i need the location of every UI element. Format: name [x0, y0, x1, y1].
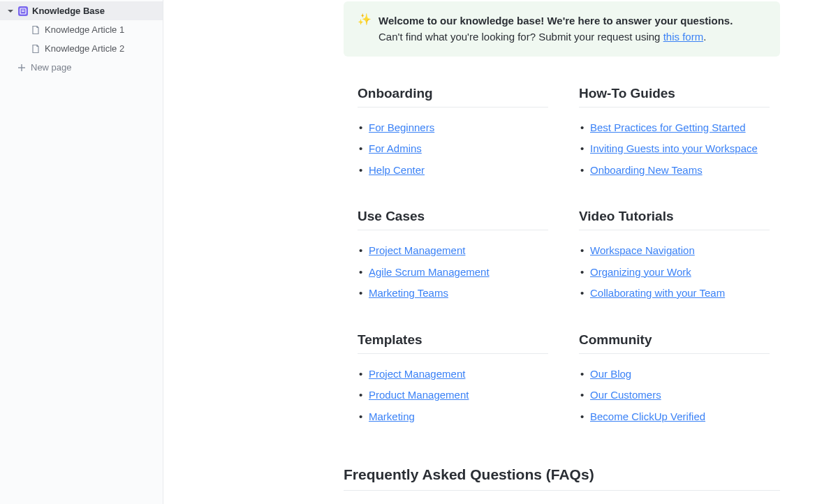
category-title: Community	[579, 332, 770, 354]
sidebar-item-label: Knowledge Article 1	[45, 24, 124, 35]
category-title: Onboarding	[358, 86, 548, 108]
document-icon	[31, 44, 41, 54]
category-link[interactable]: Marketing Teams	[369, 287, 448, 299]
new-page-label: New page	[31, 62, 72, 73]
list-item: Become ClickUp Verified	[590, 406, 770, 428]
welcome-banner: ✨ Welcome to our knowledge base! We're h…	[344, 1, 780, 57]
category-link[interactable]: Organizing your Work	[590, 266, 691, 278]
category-onboarding: Onboarding For Beginners For Admins Help…	[358, 86, 548, 181]
list-item: Inviting Guests into your Workspace	[590, 138, 770, 160]
category-title: How-To Guides	[579, 86, 770, 108]
welcome-text: Welcome to our knowledge base! We're her…	[378, 13, 733, 45]
list-item: For Beginners	[369, 117, 548, 139]
sidebar-item-knowledge-base[interactable]: Knowledge Base	[0, 1, 163, 20]
list-item: Collaborating with your Team	[590, 283, 770, 304]
categories-grid: Onboarding For Beginners For Admins Help…	[344, 86, 770, 428]
sidebar-item-article-1[interactable]: Knowledge Article 1	[0, 20, 163, 39]
sidebar-item-label: Knowledge Base	[32, 6, 105, 16]
list-item: Organizing your Work	[590, 262, 770, 283]
list-item: Onboarding New Teams	[590, 160, 770, 181]
this-form-link[interactable]: this form	[663, 31, 704, 43]
category-link[interactable]: Onboarding New Teams	[590, 164, 703, 176]
faq-section: Frequently Asked Questions (FAQs) Questi…	[344, 466, 780, 504]
welcome-sub-suffix: .	[703, 31, 706, 43]
category-link[interactable]: Project Management	[369, 368, 465, 380]
category-community: Community Our Blog Our Customers Become …	[579, 332, 770, 428]
faq-item[interactable]: Question	[344, 499, 780, 504]
category-link[interactable]: Become ClickUp Verified	[590, 410, 705, 422]
category-link[interactable]: Help Center	[369, 164, 425, 176]
category-link[interactable]: Inviting Guests into your Workspace	[590, 142, 758, 154]
category-link[interactable]: Collaborating with your Team	[590, 287, 725, 299]
knowledge-base-icon	[18, 6, 28, 16]
sidebar: Knowledge Base Knowledge Article 1 Knowl…	[0, 0, 163, 504]
plus-icon	[17, 63, 27, 73]
welcome-bold-text: Welcome to our knowledge base! We're her…	[378, 15, 733, 27]
list-item: Agile Scrum Management	[369, 262, 548, 283]
category-link[interactable]: For Admins	[369, 142, 422, 154]
category-title: Templates	[358, 332, 548, 354]
welcome-sub-prefix: Can't find what you're looking for? Subm…	[378, 31, 663, 43]
list-item: Product Management	[369, 385, 548, 406]
category-link[interactable]: Product Management	[369, 389, 469, 401]
category-link[interactable]: Workspace Navigation	[590, 244, 695, 256]
category-link[interactable]: Our Customers	[590, 389, 661, 401]
list-item: Marketing Teams	[369, 283, 548, 304]
category-how-to-guides: How-To Guides Best Practices for Getting…	[579, 86, 770, 181]
sidebar-item-label: Knowledge Article 2	[45, 43, 124, 54]
category-use-cases: Use Cases Project Management Agile Scrum…	[358, 209, 548, 304]
list-item: Project Management	[369, 240, 548, 262]
category-link[interactable]: Agile Scrum Management	[369, 266, 490, 278]
sparkle-icon: ✨	[358, 13, 372, 27]
list-item: Best Practices for Getting Started	[590, 117, 770, 139]
category-title: Use Cases	[358, 209, 548, 230]
list-item: Project Management	[369, 364, 548, 385]
category-link[interactable]: For Beginners	[369, 121, 434, 133]
category-link[interactable]: Best Practices for Getting Started	[590, 121, 746, 133]
category-link[interactable]: Marketing	[369, 410, 415, 422]
faq-title: Frequently Asked Questions (FAQs)	[344, 466, 780, 491]
document-icon	[31, 25, 41, 35]
category-link[interactable]: Our Blog	[590, 368, 631, 380]
chevron-down-icon	[7, 8, 14, 15]
list-item: Our Blog	[590, 364, 770, 385]
category-templates: Templates Project Management Product Man…	[358, 332, 548, 428]
list-item: Help Center	[369, 160, 548, 181]
category-title: Video Tutorials	[579, 209, 770, 230]
category-video-tutorials: Video Tutorials Workspace Navigation Org…	[579, 209, 770, 304]
list-item: Our Customers	[590, 385, 770, 406]
list-item: For Admins	[369, 138, 548, 160]
list-item: Marketing	[369, 406, 548, 428]
sidebar-item-article-2[interactable]: Knowledge Article 2	[0, 39, 163, 58]
main-content: ✨ Welcome to our knowledge base! We're h…	[163, 0, 838, 504]
new-page-button[interactable]: New page	[0, 58, 163, 77]
list-item: Workspace Navigation	[590, 240, 770, 262]
category-link[interactable]: Project Management	[369, 244, 465, 256]
